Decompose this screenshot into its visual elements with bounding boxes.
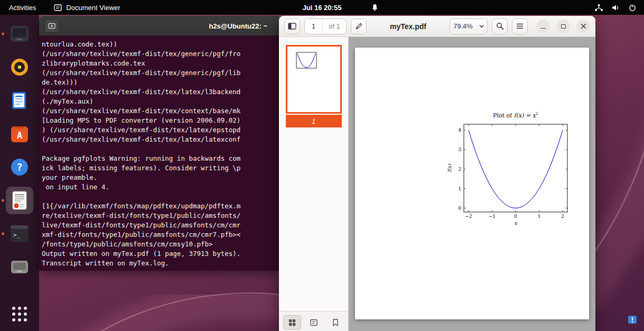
- volume-icon: [611, 4, 620, 12]
- search-button[interactable]: [492, 19, 508, 34]
- software-store-icon: A: [9, 123, 30, 144]
- minimize-button[interactable]: [536, 20, 550, 33]
- svg-text:−1: −1: [489, 214, 496, 219]
- svg-text:−2: −2: [465, 214, 472, 219]
- running-indicator: [2, 233, 4, 235]
- svg-text:>_: >_: [13, 232, 21, 238]
- exclamation-icon: [631, 317, 633, 323]
- page-number-input[interactable]: 1: [305, 19, 323, 34]
- maximize-button[interactable]: [556, 20, 570, 33]
- terminal-line: xmf-dist/fonts/type1/public/amsfonts/cm/…: [42, 230, 276, 240]
- notification-badge[interactable]: [628, 316, 637, 324]
- vinyl-record-icon: [9, 57, 30, 78]
- power-icon: [628, 4, 637, 12]
- pdf-plot-figure: Plot of f(x) = x2 −2−101201234xf(x): [445, 111, 573, 229]
- terminal-line: [Loading MPS to PDF converter (version 2…: [42, 116, 276, 125]
- terminal-line: (/usr/share/texlive/texmf-dist/tex/conte…: [42, 106, 276, 116]
- annotations-icon: [310, 319, 318, 326]
- zoom-dropdown[interactable]: 79.4%: [450, 19, 488, 34]
- annotations-pen-icon: [355, 22, 363, 30]
- page-thumbnail[interactable]: [286, 45, 342, 114]
- document-viewer-window: 1 of 1 myTex.pdf 79.4%: [279, 16, 595, 331]
- activities-button[interactable]: Activities: [9, 4, 36, 12]
- minimize-icon: [540, 28, 546, 29]
- terminal-line: Output written on myTex.pdf (1 page, 379…: [42, 249, 276, 259]
- svg-text:x: x: [514, 220, 517, 226]
- dock-item-2[interactable]: [6, 53, 33, 81]
- dock-item-4[interactable]: A: [6, 120, 33, 148]
- maximize-icon: [561, 24, 566, 29]
- page-total-label: of 1: [323, 19, 346, 34]
- terminal-line: (/usr/share/texlive/texmf-dist/tex/gener…: [42, 49, 276, 59]
- sidebar-toolbar: [279, 311, 348, 331]
- viewer-header-bar[interactable]: 1 of 1 myTex.pdf 79.4%: [279, 16, 595, 37]
- terminal-line: Transcript written on myTex.log.: [42, 259, 276, 268]
- terminal-header[interactable]: h2s@Ubuntu22: ~: [39, 16, 279, 36]
- thumbnail-plot-preview: [295, 51, 318, 70]
- svg-text:4: 4: [458, 127, 461, 133]
- thumbnail-page-label: 1: [286, 115, 342, 127]
- pdf-plot-title: Plot of f(x) = x2: [464, 111, 567, 119]
- bell-icon[interactable]: [371, 3, 379, 12]
- svg-text:0: 0: [514, 214, 517, 219]
- search-icon: [496, 22, 504, 30]
- system-status-area[interactable]: [594, 4, 637, 12]
- pdf-page: Plot of f(x) = x2 −2−101201234xf(x): [355, 48, 589, 319]
- zoom-caret-icon: [479, 25, 484, 28]
- thumbnails-sidebar: 1: [279, 37, 349, 331]
- top-bar: Activities Document Viewer Jul 16 20:55: [0, 0, 644, 15]
- dock-item-app-grid[interactable]: [6, 300, 33, 328]
- terminal-line: re/texlive/texmf-dist/fonts/type1/public…: [42, 211, 276, 220]
- pdf-view-area[interactable]: Plot of f(x) = x2 −2−101201234xf(x): [349, 37, 595, 331]
- terminal-line: (/usr/share/texlive/texmf-dist/tex/latex…: [42, 135, 276, 144]
- running-indicator: [2, 33, 4, 35]
- svg-text:f(x): f(x): [447, 163, 452, 172]
- sidebar-toggle-icon: [288, 23, 296, 30]
- document-title: myTex.pdf: [371, 22, 445, 31]
- svg-text:?: ?: [16, 161, 22, 173]
- page-number-widget[interactable]: 1 of 1: [304, 19, 347, 34]
- annotations-view-button[interactable]: [305, 315, 323, 330]
- clock-button[interactable]: Jul 16 20:55: [303, 4, 342, 12]
- terminal-output[interactable]: ntourlua.code.tex))(/usr/share/texlive/t…: [39, 36, 279, 271]
- focused-app-menu[interactable]: Document Viewer: [54, 4, 120, 12]
- dock-item-5[interactable]: ?: [6, 153, 33, 181]
- thumbnails-view-button[interactable]: [283, 315, 301, 330]
- document-viewer-icon: [9, 190, 30, 211]
- terminal-line: on input line 4.: [42, 182, 276, 192]
- document-viewer-window-icon: [54, 4, 62, 11]
- terminal-icon: >_: [9, 223, 30, 244]
- terminal-line: (/usr/share/texlive/texmf-dist/tex/gener…: [42, 68, 276, 78]
- terminal-line: ick labels; missing features). Consider …: [42, 163, 276, 173]
- close-icon: [581, 23, 586, 29]
- dock-item-3[interactable]: [6, 87, 33, 114]
- network-hub-icon: [594, 4, 603, 12]
- annotate-button[interactable]: [351, 19, 367, 34]
- svg-text:A: A: [17, 130, 22, 141]
- gray-app-icon: [9, 256, 30, 278]
- dock-item-1[interactable]: [6, 20, 33, 48]
- sidebar-toggle-button[interactable]: [284, 19, 300, 34]
- terminal-title: h2s@Ubuntu22: ~: [209, 16, 267, 36]
- terminal-line: /fonts/type1/public/amsfonts/cm/cmsy10.p…: [42, 240, 276, 249]
- svg-text:2: 2: [458, 167, 461, 172]
- running-indicator: [2, 199, 4, 202]
- menu-button[interactable]: [512, 19, 528, 34]
- svg-text:1: 1: [538, 214, 541, 219]
- terminal-line: Package pgfplots Warning: running in bac…: [42, 154, 276, 163]
- terminal-line: ntourlua.code.tex)): [42, 40, 276, 49]
- terminal-line: [42, 192, 276, 201]
- focused-app-label: Document Viewer: [66, 4, 120, 12]
- bookmarks-icon: [332, 319, 339, 326]
- new-tab-button[interactable]: [44, 19, 59, 33]
- terminal-line: de.tex))): [42, 78, 276, 87]
- svg-text:2: 2: [561, 214, 564, 219]
- bookmarks-view-button[interactable]: [326, 315, 344, 330]
- terminal-window: h2s@Ubuntu22: ~ ntourlua.code.tex))(/usr…: [39, 16, 279, 271]
- terminal-line: zlibraryplotmarks.code.tex: [42, 59, 276, 68]
- dock-item-document-viewer[interactable]: [6, 187, 33, 214]
- close-button[interactable]: [576, 20, 590, 33]
- dock-item-8[interactable]: [6, 253, 33, 281]
- dock-item-terminal[interactable]: >_: [6, 220, 33, 247]
- terminal-line: (./myTex.aux): [42, 97, 276, 106]
